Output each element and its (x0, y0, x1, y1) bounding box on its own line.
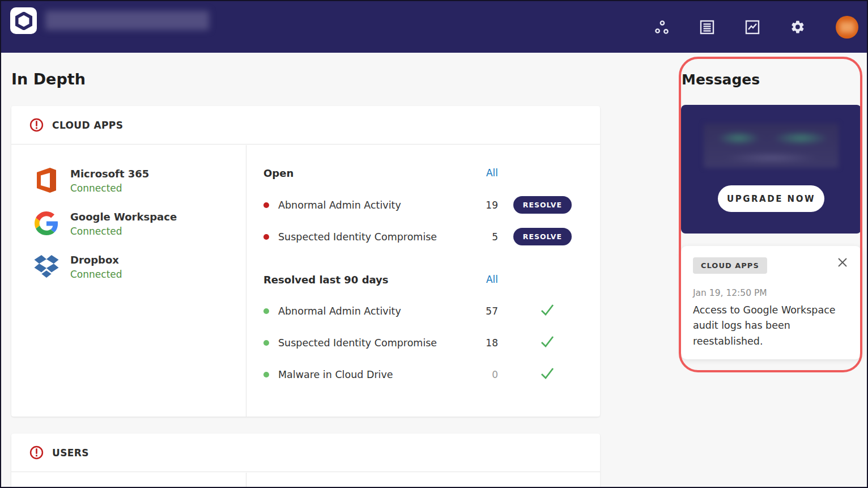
cloud-apps-card-header: CLOUD APPS (11, 106, 600, 145)
app-item-text: Microsoft 365 Connected (70, 168, 149, 194)
app-item-text: Dropbox Connected (70, 254, 122, 280)
user-avatar[interactable] (836, 16, 858, 39)
upgrade-now-button[interactable]: UPGRADE NOW (718, 185, 824, 212)
google-workspace-icon (34, 211, 59, 236)
resolved-status-dot (263, 340, 269, 346)
issues-column: Open All Abnormal Admin Activity 19 RESO… (246, 145, 600, 417)
users-header-label: USERS (52, 447, 89, 459)
resolve-button[interactable]: RESOLVE (513, 196, 572, 214)
cloud-apps-card: CLOUD APPS Microsoft 365 Connected (11, 106, 600, 417)
issue-count: 18 (464, 337, 498, 349)
issue-count: 0 (464, 369, 498, 380)
resolved-issue-row: Abnormal Admin Activity 57 (263, 303, 572, 320)
blurred-promo-content (704, 124, 839, 168)
resolved-section-label: Resolved last 90 days (263, 274, 464, 286)
hexagon-logo-icon (15, 12, 32, 30)
issue-count: 19 (464, 200, 498, 211)
app-item-text: Google Workspace Connected (70, 211, 177, 237)
app-name: Dropbox (70, 254, 122, 266)
issue-label: Suspected Identity Compromise (278, 231, 437, 243)
issue-label: Malware in Cloud Drive (278, 369, 393, 380)
check-icon (540, 335, 555, 351)
resolved-section-header: Resolved last 90 days All (263, 271, 572, 288)
top-navbar (1, 1, 867, 53)
reports-icon[interactable] (700, 20, 714, 35)
users-card-body (11, 473, 600, 488)
message-category-badge: CLOUD APPS (693, 257, 767, 274)
message-card: CLOUD APPS Jan 19, 12:50 PM Access to Go… (681, 246, 861, 359)
resolved-all-link[interactable]: All (464, 274, 498, 285)
network-icon[interactable] (654, 20, 669, 35)
app-logo[interactable] (10, 7, 37, 34)
issue-label: Abnormal Admin Activity (278, 200, 401, 211)
upgrade-promo-card: UPGRADE NOW (681, 105, 861, 234)
charts-icon[interactable] (745, 20, 760, 35)
resolved-issue-row: Suspected Identity Compromise 18 (263, 334, 572, 351)
message-timestamp: Jan 19, 12:50 PM (693, 288, 767, 298)
blurred-avatar-initials (840, 22, 854, 33)
resolve-button[interactable]: RESOLVE (513, 228, 572, 245)
app-status: Connected (70, 183, 149, 194)
page-title: In Depth (11, 70, 86, 88)
app-item-microsoft-365: Microsoft 365 Connected (34, 168, 246, 194)
app-name: Google Workspace (70, 211, 177, 223)
open-section-label: Open (263, 167, 464, 179)
message-text: Access to Google Workspace audit logs ha… (693, 303, 843, 349)
open-section-header: Open All (263, 164, 572, 181)
open-status-dot (263, 234, 269, 240)
alert-icon (29, 118, 44, 132)
users-card: USERS (11, 434, 600, 488)
alert-icon (29, 445, 44, 460)
open-status-dot (263, 202, 269, 208)
open-all-link[interactable]: All (464, 167, 498, 179)
resolved-issue-row: Malware in Cloud Drive 0 (263, 366, 572, 383)
issue-label: Abnormal Admin Activity (278, 305, 401, 317)
messages-title: Messages (682, 71, 760, 88)
resolved-status-dot (263, 308, 269, 314)
dashboard-screen: In Depth CLOUD APPS (0, 0, 868, 488)
cloud-apps-card-body: Microsoft 365 Connected Goog (11, 145, 600, 417)
app-item-google-workspace: Google Workspace Connected (34, 211, 246, 237)
issue-count: 5 (464, 231, 498, 243)
app-item-dropbox: Dropbox Connected (34, 254, 246, 280)
check-icon (540, 367, 555, 383)
users-card-header: USERS (11, 434, 600, 472)
open-issue-row: Abnormal Admin Activity 19 RESOLVE (263, 196, 572, 213)
connected-apps-list: Microsoft 365 Connected Goog (11, 145, 246, 417)
check-icon (540, 303, 555, 319)
resolved-status-dot (263, 372, 269, 377)
open-issue-row: Suspected Identity Compromise 5 RESOLVE (263, 228, 572, 245)
dropbox-icon (34, 254, 59, 279)
microsoft-365-icon (34, 168, 59, 193)
issue-label: Suspected Identity Compromise (278, 337, 437, 349)
blurred-account-name (45, 11, 209, 30)
cloud-apps-header-label: CLOUD APPS (52, 120, 123, 131)
app-status: Connected (70, 269, 122, 280)
settings-icon[interactable] (790, 20, 805, 35)
navbar-icons (654, 1, 858, 53)
issue-count: 57 (464, 305, 498, 317)
app-name: Microsoft 365 (70, 168, 149, 180)
close-icon[interactable] (836, 256, 849, 269)
app-status: Connected (70, 226, 177, 237)
